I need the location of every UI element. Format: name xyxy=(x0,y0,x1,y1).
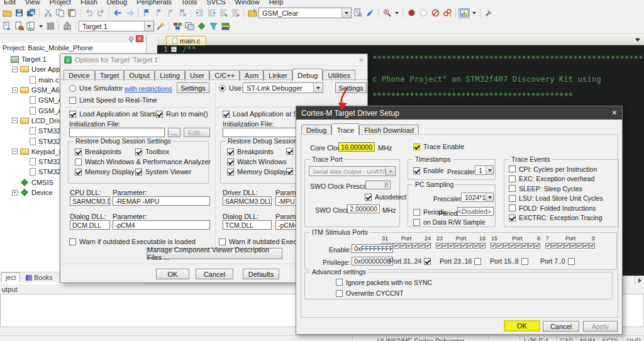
toolbox-checkbox[interactable] xyxy=(135,148,142,155)
edit-file-icon[interactable] xyxy=(247,8,258,18)
restore-right-option2[interactable] xyxy=(286,148,293,155)
cancel-button[interactable]: Cancel xyxy=(196,269,233,279)
menu-tools[interactable]: Tools xyxy=(181,0,197,7)
itm-port-checkbox[interactable] xyxy=(535,243,540,249)
batch-build-icon[interactable] xyxy=(45,21,56,31)
target-select-combo[interactable]: Target 1 xyxy=(79,21,154,31)
select-software-packs-icon[interactable] xyxy=(196,21,207,31)
periodic-checkbox[interactable] xyxy=(413,209,420,216)
itm-port-checkbox[interactable] xyxy=(480,243,486,249)
tab-main-c[interactable]: main.c xyxy=(166,36,206,45)
watch-windows-checkbox[interactable] xyxy=(227,159,234,165)
itm-range-port-31-24[interactable]: Port 31..24 xyxy=(389,257,440,265)
itm-port-checkbox[interactable] xyxy=(558,243,564,249)
system-viewer-checkbox[interactable] xyxy=(135,169,142,176)
itm-port-checkbox[interactable] xyxy=(528,243,534,249)
itm-port-checkbox[interactable] xyxy=(503,243,509,249)
itm-port-checkbox[interactable] xyxy=(552,243,557,249)
options-dialog-titlebar[interactable]: Options for Target 'Target 1' × xyxy=(60,54,367,66)
autodetect-checkbox[interactable] xyxy=(365,194,372,201)
init-file-left-input[interactable] xyxy=(69,128,165,137)
itm-port-checkbox[interactable] xyxy=(442,243,448,249)
trace-event-checkbox[interactable] xyxy=(509,204,516,211)
tab-list-dropdown-icon[interactable] xyxy=(635,38,640,44)
itm-port-checkbox[interactable] xyxy=(497,243,502,249)
restore-right-checkbox5[interactable] xyxy=(286,168,293,175)
disable-all-breakpoints-icon[interactable] xyxy=(430,8,441,18)
limit-speed-option[interactable]: Limit Speed to Real-Time xyxy=(69,96,157,104)
tab-debug[interactable]: Debug xyxy=(292,69,323,81)
load-app-left-checkbox[interactable] xyxy=(69,111,76,118)
menu-view[interactable]: View xyxy=(25,0,40,7)
next-bookmark-icon[interactable] xyxy=(165,8,176,18)
dialog-dll-left-input[interactable]: DCM.DLL xyxy=(70,220,110,230)
configure-icon[interactable] xyxy=(483,8,494,18)
fold-collapse-icon[interactable]: − xyxy=(171,47,177,52)
advanced-checkbox[interactable] xyxy=(336,290,343,297)
manage-rte-icon[interactable] xyxy=(172,21,183,31)
menu-project[interactable]: Project xyxy=(50,0,71,7)
find-in-files-icon[interactable] xyxy=(352,8,364,18)
menu-debug[interactable]: Debug xyxy=(107,0,127,7)
trace-port-combo[interactable]: Serial Wire Output - UART/NRZ xyxy=(309,166,396,176)
collapse-icon[interactable]: − xyxy=(12,118,18,123)
trace-event-exctrc[interactable]: EXCTRC: Exception Tracing xyxy=(509,213,603,223)
itm-range-checkbox[interactable] xyxy=(568,258,575,265)
run-to-cursor-dropdown-icon[interactable] xyxy=(393,8,400,18)
itm-port-checkbox[interactable] xyxy=(413,243,418,249)
collapse-icon[interactable]: − xyxy=(12,87,18,93)
cpu-dll-input[interactable]: SARMCM3.DLL xyxy=(70,196,110,206)
run-to-main-checkbox[interactable] xyxy=(156,111,163,118)
trace-event-cpi[interactable]: CPI: Cycles per Instruction xyxy=(509,164,603,174)
itm-port-checkbox[interactable] xyxy=(545,243,551,249)
itm-port-checkbox[interactable] xyxy=(509,243,515,249)
restore-right-checkbox2[interactable] xyxy=(286,148,293,155)
itm-port-checkbox[interactable] xyxy=(516,243,521,249)
manage-project-items-icon[interactable] xyxy=(184,21,195,31)
itm-port-checkbox[interactable] xyxy=(589,243,595,249)
autodetect-option[interactable]: Autodetect xyxy=(365,193,406,201)
paste-icon[interactable] xyxy=(66,8,77,18)
trace-event-sleep[interactable]: SLEEP: Sleep Cycles xyxy=(509,184,603,194)
open-icon[interactable] xyxy=(1,8,13,18)
driver-dll-input[interactable]: SARMCM3.DLL xyxy=(223,196,272,206)
trace-event-checkbox[interactable] xyxy=(509,176,516,182)
timestamps-enable-checkbox[interactable] xyxy=(413,167,420,174)
close-icon[interactable]: × xyxy=(612,109,617,117)
itm-privilege-input[interactable]: 0x00000008 xyxy=(352,257,393,266)
file-combo-dropdown-icon[interactable] xyxy=(341,8,351,18)
trace-event-fold[interactable]: FOLD: Folded Instructions xyxy=(509,203,603,213)
debugger-combo[interactable]: ST-Link Debugger xyxy=(243,82,323,93)
itm-port-checkbox[interactable] xyxy=(455,243,460,249)
load-app-left-option[interactable]: Load Application at Startup xyxy=(69,110,162,118)
pin-icon[interactable] xyxy=(129,36,133,41)
itm-port-checkbox[interactable] xyxy=(474,243,479,249)
itm-range-checkbox[interactable] xyxy=(474,258,481,265)
on-data-rw-option[interactable]: on Data R/W Sample xyxy=(413,218,486,226)
advanced-overwrite-cyccnt[interactable]: Overwrite CYCCNT xyxy=(336,289,432,299)
load-app-right-checkbox[interactable] xyxy=(223,111,230,118)
enable-disable-breakpoint-icon[interactable] xyxy=(418,8,429,18)
close-panel-icon[interactable]: × xyxy=(136,35,143,42)
books-icon[interactable] xyxy=(219,21,231,31)
with-restrictions-link[interactable]: with restrictions xyxy=(125,85,172,92)
use-simulator-radio[interactable] xyxy=(69,85,76,92)
timestamps-prescaler-combo[interactable]: 1 xyxy=(475,165,494,175)
itm-port-checkbox[interactable] xyxy=(448,243,454,249)
dialog-dll-right-input[interactable]: TCM.DLL xyxy=(223,220,272,230)
warn-left-option[interactable]: Warn if outdated Executable is loaded xyxy=(69,238,196,245)
trace-event-checkbox[interactable] xyxy=(509,215,516,221)
timestamps-enable-option[interactable]: Enable xyxy=(413,167,444,174)
itm-port-checkbox[interactable] xyxy=(467,243,473,249)
itm-port-checkbox[interactable] xyxy=(564,243,570,249)
itm-port-checkbox[interactable] xyxy=(583,243,589,249)
core-clock-input[interactable]: 16.000000 xyxy=(338,142,375,152)
warn-left-checkbox[interactable] xyxy=(69,238,76,245)
watch-perf-checkbox[interactable] xyxy=(75,159,82,165)
tab-project[interactable]: ject xyxy=(1,272,20,282)
use-simulator-option[interactable]: Use Simulator xyxy=(69,84,123,92)
trace-event-exc[interactable]: EXC: Exception overhead xyxy=(509,174,603,184)
pack-installer-icon[interactable] xyxy=(208,21,219,31)
expand-icon[interactable]: + xyxy=(12,190,18,196)
itm-port-checkbox[interactable] xyxy=(400,243,406,249)
